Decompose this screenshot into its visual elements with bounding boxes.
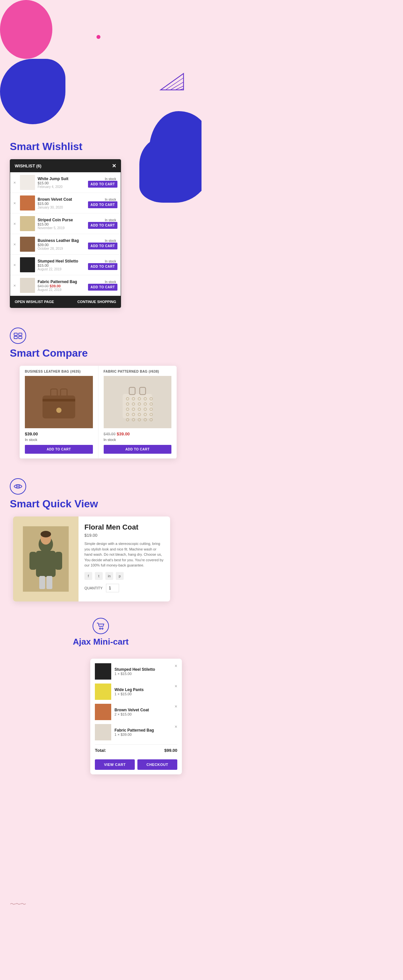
compare-add-to-cart-button[interactable]: ADD TO CART xyxy=(25,445,93,454)
compare-stock-status: In stock xyxy=(104,438,172,442)
wishlist-in-stock-label: In stock xyxy=(88,239,116,243)
wishlist-item-price-display: $15.00 xyxy=(38,181,85,185)
wishlist-close-button[interactable]: ✕ xyxy=(112,163,116,169)
deco-zigzag: 〜〜〜 xyxy=(10,900,25,908)
wishlist-item-details: Brown Velvet Coat $15.00 January 30, 202… xyxy=(38,197,85,209)
wishlist-item-date: August 22, 2019 xyxy=(38,288,85,291)
wishlist-add-to-cart-button[interactable]: ADD TO CART xyxy=(88,181,118,188)
continue-shopping-link[interactable]: CONTINUE SHOPPING xyxy=(77,300,116,304)
wishlist-item-price: $15.00 xyxy=(38,264,49,267)
mini-cart-item-remove-button[interactable]: × xyxy=(175,724,177,729)
compare-product-column: BUSINESS LEATHER BAG (#635) $39.00 In st… xyxy=(20,366,99,458)
checkout-button[interactable]: CHECKOUT xyxy=(137,759,177,770)
wishlist-item: × Fabric Patterned Bag $49.00 $39.00 Aug… xyxy=(10,275,121,296)
compare-icon xyxy=(10,328,26,344)
wishlist-item-image xyxy=(20,196,35,210)
svg-point-20 xyxy=(56,407,62,413)
smart-quickview-section: Smart Quick View xyxy=(10,478,192,601)
mini-cart-item: Stumped Heel Stiletto 1 × $15.00 × xyxy=(95,663,177,679)
wishlist-item-remove-button[interactable]: × xyxy=(13,262,18,267)
mini-cart-item-remove-button[interactable]: × xyxy=(175,663,177,668)
mini-cart-title: Ajax Mini-cart xyxy=(73,637,129,647)
mini-cart-item-name: Brown Velvet Coat xyxy=(115,708,177,712)
linkedin-icon[interactable]: in xyxy=(105,572,113,580)
wishlist-item-price-display: $15.00 xyxy=(38,202,85,205)
mini-cart-item-qty-price: 1 × $39.00 xyxy=(115,733,177,737)
wishlist-item-remove-button[interactable]: × xyxy=(13,201,18,205)
svg-rect-12 xyxy=(19,333,22,336)
wishlist-item-remove-button[interactable]: × xyxy=(13,180,18,185)
view-cart-button[interactable]: VIEW CART xyxy=(95,759,135,770)
wishlist-item: × Business Leather Bag $39.00 October 28… xyxy=(10,234,121,255)
compare-product-image xyxy=(104,376,172,428)
facebook-icon[interactable]: f xyxy=(84,572,92,580)
wishlist-item-price: $15.00 xyxy=(38,181,49,185)
mini-cart-item-name: Stumped Heel Stiletto xyxy=(115,667,177,672)
wishlist-item-status-text: In stock ADD TO CART xyxy=(88,259,118,270)
compare-columns: BUSINESS LEATHER BAG (#635) $39.00 In st… xyxy=(20,366,177,459)
mini-cart-total: Total: $99.00 xyxy=(95,744,177,756)
mini-cart-total-value: $99.00 xyxy=(164,748,177,753)
quickview-quantity-row: QUANTITY xyxy=(84,584,164,592)
wishlist-item-status-text: In stock ADD TO CART xyxy=(88,239,118,250)
wishlist-item-name: Stumped Heel Stiletto xyxy=(38,259,85,264)
mini-cart-item-remove-button[interactable]: × xyxy=(175,684,177,689)
wishlist-item-image xyxy=(20,257,35,272)
svg-point-61 xyxy=(99,628,101,629)
wishlist-item: × Brown Velvet Coat $15.00 January 30, 2… xyxy=(10,193,121,213)
mini-cart-item-name: Fabric Patterned Bag xyxy=(115,728,177,733)
wishlist-item-image xyxy=(20,216,35,231)
svg-line-2 xyxy=(170,82,183,90)
wishlist-item-remove-button[interactable]: × xyxy=(13,242,18,247)
wishlist-item-date: October 28, 2019 xyxy=(38,247,85,250)
svg-rect-66 xyxy=(95,724,111,740)
smart-quickview-title: Smart Quick View xyxy=(10,498,192,510)
compare-price-new: $39.00 xyxy=(117,431,130,436)
wishlist-widget: WISHLIST (6) ✕ × White Jump Suit $15.00 … xyxy=(10,159,121,308)
quickview-product-description: Simple design with a stereoscopic cuttin… xyxy=(84,541,164,568)
wishlist-add-to-cart-button[interactable]: ADD TO CART xyxy=(88,222,118,229)
wishlist-item-details: White Jump Suit $15.00 February 4, 2020 xyxy=(38,177,85,189)
smart-compare-section: Smart Compare BUSINESS LEATHER BAG (#635… xyxy=(10,328,192,459)
wishlist-item-date: November 5, 2019 xyxy=(38,226,85,230)
mini-cart-item: Fabric Patterned Bag 1 × $39.00 × xyxy=(95,724,177,740)
compare-product-title: FABRIC PATTERNED BAG (#638) xyxy=(104,370,172,373)
wishlist-add-to-cart-button[interactable]: ADD TO CART xyxy=(88,243,118,250)
wishlist-item-price-display: $15.00 xyxy=(38,222,85,226)
wishlist-add-to-cart-button[interactable]: ADD TO CART xyxy=(88,263,118,270)
svg-rect-6 xyxy=(20,196,35,210)
wishlist-item-date: February 4, 2020 xyxy=(38,185,85,189)
wishlist-item-image xyxy=(20,237,35,252)
quickview-product-name: Floral Men Coat xyxy=(84,523,164,531)
quickview-widget: Floral Men Coat $19.00 Simple design wit… xyxy=(13,517,170,601)
twitter-icon[interactable]: t xyxy=(95,572,103,580)
svg-rect-57 xyxy=(39,576,45,589)
wishlist-item-remove-button[interactable]: × xyxy=(13,221,18,226)
quantity-input[interactable] xyxy=(106,584,119,592)
wishlist-item-price-display: $15.00 xyxy=(38,264,85,267)
svg-point-60 xyxy=(41,531,51,538)
svg-rect-10 xyxy=(20,278,35,293)
mini-cart-item-qty-price: 1 × $15.00 xyxy=(115,692,177,696)
pinterest-icon[interactable]: p xyxy=(116,572,124,580)
compare-product-column: FABRIC PATTERNED BAG (#638) $49.00 $39.0… xyxy=(99,366,177,458)
open-wishlist-link[interactable]: OPEN WISHLIST PAGE xyxy=(15,300,54,304)
wishlist-header: WISHLIST (6) ✕ xyxy=(10,159,121,172)
wishlist-footer: OPEN WISHLIST PAGE CONTINUE SHOPPING xyxy=(10,296,121,308)
svg-rect-56 xyxy=(55,552,62,570)
mini-cart-total-label: Total: xyxy=(95,748,106,753)
wishlist-item-remove-button[interactable]: × xyxy=(13,283,18,288)
wishlist-add-to-cart-button[interactable]: ADD TO CART xyxy=(88,201,118,208)
svg-rect-5 xyxy=(20,175,35,190)
wishlist-item-price-display: $49.00 $39.00 xyxy=(38,284,85,288)
wishlist-item-price: $15.00 xyxy=(38,202,49,205)
compare-price-old: $49.00 xyxy=(104,432,116,436)
wishlist-item-price: $15.00 xyxy=(38,222,49,226)
wishlist-item-status-text: In stock ADD TO CART xyxy=(88,218,118,229)
wishlist-item-details: Business Leather Bag $39.00 October 28, … xyxy=(38,238,85,250)
mini-cart-item-remove-button[interactable]: × xyxy=(175,704,177,709)
wishlist-add-to-cart-button[interactable]: ADD TO CART xyxy=(88,284,118,291)
svg-rect-58 xyxy=(46,576,53,589)
wishlist-item: × Stumped Heel Stiletto $15.00 August 22… xyxy=(10,255,121,275)
compare-add-to-cart-button[interactable]: ADD TO CART xyxy=(104,445,172,454)
